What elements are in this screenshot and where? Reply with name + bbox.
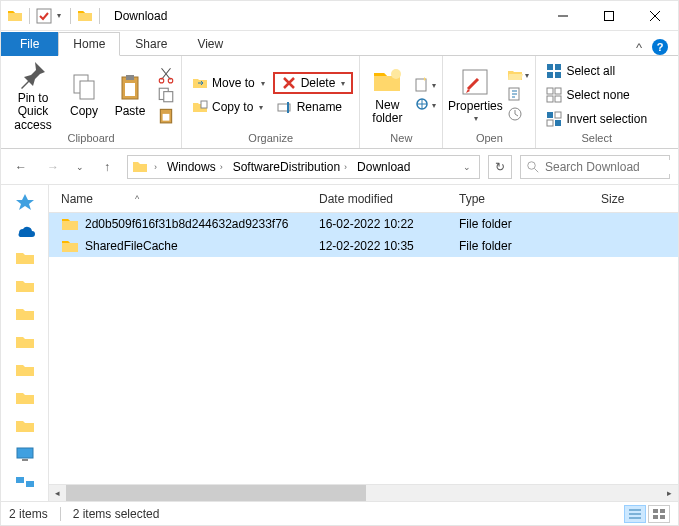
address-bar: ← → ⌄ ↑ › Windows› SoftwareDistribution›… <box>1 149 678 185</box>
navigation-pane[interactable] <box>1 185 49 501</box>
svg-rect-42 <box>660 515 665 519</box>
copy-icon <box>68 71 100 103</box>
pin-icon <box>17 58 49 90</box>
svg-rect-13 <box>201 101 207 108</box>
copy-path-icon[interactable] <box>157 86 175 104</box>
file-list: Name^ Date modified Type Size 2d0b509f61… <box>49 185 678 501</box>
svg-rect-38 <box>26 481 34 487</box>
svg-rect-39 <box>653 509 658 513</box>
help-icon[interactable]: ? <box>652 39 668 55</box>
quick-access-toolbar: ▾ <box>1 8 110 24</box>
folder-icon <box>61 215 79 233</box>
recent-locations-button[interactable]: ⌄ <box>73 155 87 179</box>
quick-access-icon[interactable] <box>14 193 36 211</box>
folder-icon <box>132 159 148 175</box>
close-button[interactable] <box>632 1 678 31</box>
crumb-download[interactable]: Download <box>353 160 414 174</box>
onedrive-icon[interactable] <box>14 221 36 239</box>
easy-access-icon[interactable]: ▾ <box>414 96 436 114</box>
folder-icon[interactable] <box>14 277 36 295</box>
back-button[interactable]: ← <box>9 155 33 179</box>
folder-icon[interactable] <box>14 417 36 435</box>
group-clipboard: Pin to Quick access Copy Paste Clipboard <box>1 56 182 148</box>
title-bar: ▾ Download <box>1 1 678 31</box>
invert-selection-button[interactable]: Invert selection <box>542 108 651 130</box>
large-icons-view-button[interactable] <box>648 505 670 523</box>
svg-rect-28 <box>547 96 553 102</box>
move-to-button[interactable]: Move to▾ <box>188 72 269 94</box>
svg-rect-40 <box>660 509 665 513</box>
svg-rect-35 <box>17 448 33 458</box>
new-item-icon[interactable]: ▾ <box>414 76 436 94</box>
history-icon[interactable] <box>507 106 529 124</box>
forward-button[interactable]: → <box>41 155 65 179</box>
details-view-button[interactable] <box>624 505 646 523</box>
tab-home[interactable]: Home <box>58 32 120 56</box>
new-folder-button[interactable]: New folder <box>366 61 408 129</box>
folder-icon[interactable] <box>14 249 36 267</box>
ribbon: Pin to Quick access Copy Paste Clipboard <box>1 55 678 149</box>
svg-rect-31 <box>555 112 561 118</box>
cut-icon[interactable] <box>157 66 175 84</box>
checkbox-icon[interactable] <box>36 8 52 24</box>
table-row[interactable]: SharedFileCache12-02-2022 10:35File fold… <box>49 235 678 257</box>
paste-button[interactable]: Paste <box>109 61 151 129</box>
paste-shortcut-icon[interactable] <box>157 106 175 124</box>
rename-button[interactable]: Rename <box>273 96 354 118</box>
search-input[interactable] <box>520 155 670 179</box>
crumb-softwaredistribution[interactable]: SoftwareDistribution› <box>229 160 351 174</box>
svg-rect-32 <box>547 120 553 126</box>
up-button[interactable]: ↑ <box>95 155 119 179</box>
horizontal-scrollbar[interactable]: ◂ ▸ <box>49 484 678 501</box>
tab-file[interactable]: File <box>1 32 58 56</box>
folder-icon[interactable] <box>14 361 36 379</box>
this-pc-icon[interactable] <box>14 445 36 463</box>
svg-rect-41 <box>653 515 658 519</box>
new-folder-icon <box>371 65 403 97</box>
properties-button[interactable]: Properties ▾ <box>449 61 501 129</box>
copy-to-button[interactable]: Copy to▾ <box>188 96 269 118</box>
svg-rect-22 <box>547 64 553 70</box>
selection-count: 2 items selected <box>73 507 160 521</box>
table-row[interactable]: 2d0b509f616f31b8d244632ad9233f7616-02-20… <box>49 213 678 235</box>
svg-rect-37 <box>16 477 24 483</box>
collapse-ribbon-icon[interactable]: ^ <box>636 40 642 55</box>
select-all-button[interactable]: Select all <box>542 60 651 82</box>
delete-button[interactable]: Delete▾ <box>273 72 354 94</box>
select-none-button[interactable]: Select none <box>542 84 651 106</box>
maximize-button[interactable] <box>586 1 632 31</box>
copy-button[interactable]: Copy <box>63 61 105 129</box>
minimize-button[interactable] <box>540 1 586 31</box>
delete-icon <box>281 75 297 91</box>
network-icon[interactable] <box>14 473 36 491</box>
rename-icon <box>277 99 293 115</box>
tab-share[interactable]: Share <box>120 32 182 56</box>
svg-rect-5 <box>126 75 134 80</box>
folder-icon[interactable] <box>14 305 36 323</box>
svg-rect-25 <box>555 72 561 78</box>
svg-rect-24 <box>547 72 553 78</box>
svg-rect-33 <box>555 120 561 126</box>
edit-icon[interactable] <box>507 86 529 104</box>
crumb-windows[interactable]: Windows› <box>163 160 227 174</box>
svg-rect-27 <box>555 88 561 94</box>
folder-icon[interactable] <box>14 389 36 407</box>
folder-icon[interactable] <box>14 333 36 351</box>
group-organize: Move to▾ Copy to▾ Delete▾ Rename Organiz… <box>182 56 360 148</box>
file-rows[interactable]: 2d0b509f616f31b8d244632ad9233f7616-02-20… <box>49 213 678 484</box>
qat-dropdown-icon[interactable]: ▾ <box>54 11 64 20</box>
properties-icon <box>459 66 491 98</box>
select-none-icon <box>546 87 562 103</box>
breadcrumb[interactable]: › Windows› SoftwareDistribution› Downloa… <box>127 155 480 179</box>
svg-rect-26 <box>547 88 553 94</box>
refresh-button[interactable]: ↻ <box>488 155 512 179</box>
folder-icon <box>7 8 23 24</box>
move-to-icon <box>192 75 208 91</box>
open-icon[interactable]: ▾ <box>507 66 529 84</box>
column-headers[interactable]: Name^ Date modified Type Size <box>49 185 678 213</box>
status-bar: 2 items 2 items selected <box>1 501 678 525</box>
svg-rect-10 <box>164 92 173 102</box>
chevron-down-icon[interactable]: ⌄ <box>463 162 475 172</box>
tab-view[interactable]: View <box>182 32 238 56</box>
pin-to-quick-access-button[interactable]: Pin to Quick access <box>7 61 59 129</box>
